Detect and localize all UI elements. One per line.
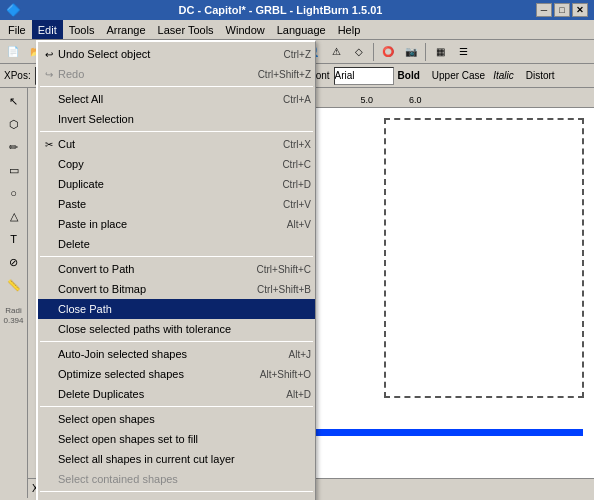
radi-value: 0.394 xyxy=(3,316,23,325)
menu-close-paths-tolerance[interactable]: Close selected paths with tolerance xyxy=(38,319,315,339)
menu-auto-join[interactable]: Auto-Join selected shapes Alt+J xyxy=(38,344,315,364)
measure-tool[interactable]: 📏 xyxy=(2,274,26,296)
menu-select-all[interactable]: Select All Ctrl+A xyxy=(38,89,315,109)
sep5 xyxy=(373,43,374,61)
menu-close-path[interactable]: Close Path xyxy=(38,299,315,319)
sep-2 xyxy=(40,131,313,132)
select-tool[interactable]: ↖ xyxy=(2,90,26,112)
menu-undo[interactable]: ↩ Undo Select object Ctrl+Z xyxy=(38,44,315,64)
menu-duplicate[interactable]: Duplicate Ctrl+D xyxy=(38,174,315,194)
sep-1 xyxy=(40,86,313,87)
radi-label: Radi xyxy=(5,306,21,315)
maximize-button[interactable]: □ xyxy=(554,3,570,17)
draw-tool[interactable]: ✏ xyxy=(2,136,26,158)
cut-icon: ✂ xyxy=(42,137,56,151)
menu-edit[interactable]: Edit xyxy=(32,20,63,39)
rect-tool[interactable]: ▭ xyxy=(2,159,26,181)
new-btn[interactable]: 📄 xyxy=(2,42,24,62)
menu-select-all-cut-layer[interactable]: Select all shapes in current cut layer xyxy=(38,449,315,469)
font-input[interactable] xyxy=(334,67,394,85)
laser-btn[interactable]: ◇ xyxy=(348,42,370,62)
sep-3 xyxy=(40,256,313,257)
circle-draw-tool[interactable]: ○ xyxy=(2,182,26,204)
menu-delete[interactable]: Delete xyxy=(38,234,315,254)
menu-delete-duplicates[interactable]: Delete Duplicates Alt+D xyxy=(38,384,315,404)
menu-tools[interactable]: Tools xyxy=(63,20,101,39)
list-btn[interactable]: ☰ xyxy=(452,42,474,62)
polygon-tool[interactable]: △ xyxy=(2,205,26,227)
menu-laser-tools[interactable]: Laser Tools xyxy=(152,20,220,39)
menu-window[interactable]: Window xyxy=(220,20,271,39)
sep-6 xyxy=(40,491,313,492)
warn-btn[interactable]: ⚠ xyxy=(325,42,347,62)
menu-image-options[interactable]: Image options ▶ xyxy=(38,494,315,500)
edit-dropdown: ↩ Undo Select object Ctrl+Z ↪ Redo Ctrl+… xyxy=(36,40,316,500)
menu-cut[interactable]: ✂ Cut Ctrl+X xyxy=(38,134,315,154)
panel-btn[interactable]: ▦ xyxy=(429,42,451,62)
menu-copy[interactable]: Copy Ctrl+C xyxy=(38,154,315,174)
node-tool[interactable]: ⬡ xyxy=(2,113,26,135)
window-title: DC - Capitol* - GRBL - LightBurn 1.5.01 xyxy=(25,4,536,16)
menu-select-open[interactable]: Select open shapes xyxy=(38,409,315,429)
app-icon: 🔷 xyxy=(6,3,21,17)
sep6 xyxy=(425,43,426,61)
menu-help[interactable]: Help xyxy=(332,20,367,39)
dashed-outline xyxy=(384,118,584,398)
menu-file[interactable]: File xyxy=(2,20,32,39)
menu-convert-bitmap[interactable]: Convert to Bitmap Ctrl+Shift+B xyxy=(38,279,315,299)
bold-label: Bold xyxy=(398,70,420,81)
undo-icon: ↩ xyxy=(42,47,56,61)
menu-invert-selection[interactable]: Invert Selection xyxy=(38,109,315,129)
sep-4 xyxy=(40,341,313,342)
edit-menu: ↩ Undo Select object Ctrl+Z ↪ Redo Ctrl+… xyxy=(36,40,316,500)
menu-bar: File Edit Tools Arrange Laser Tools Wind… xyxy=(0,20,594,40)
upper-case-label: Upper Case xyxy=(432,70,485,81)
redo-icon: ↪ xyxy=(42,67,56,81)
fill-tool[interactable]: ⊘ xyxy=(2,251,26,273)
close-button[interactable]: ✕ xyxy=(572,3,588,17)
menu-paste[interactable]: Paste Ctrl+V xyxy=(38,194,315,214)
menu-convert-path[interactable]: Convert to Path Ctrl+Shift+C xyxy=(38,259,315,279)
menu-select-open-fill[interactable]: Select open shapes set to fill xyxy=(38,429,315,449)
sep-5 xyxy=(40,406,313,407)
minimize-button[interactable]: ─ xyxy=(536,3,552,17)
distort-label: Distort xyxy=(526,70,555,81)
italic-label: Italic xyxy=(493,70,514,81)
circle-btn[interactable]: ⭕ xyxy=(377,42,399,62)
menu-paste-in-place[interactable]: Paste in place Alt+V xyxy=(38,214,315,234)
menu-arrange[interactable]: Arrange xyxy=(100,20,151,39)
text-tool[interactable]: T xyxy=(2,228,26,250)
xpos-label: XPos: xyxy=(4,70,31,81)
title-bar: 🔷 DC - Capitol* - GRBL - LightBurn 1.5.0… xyxy=(0,0,594,20)
menu-optimize[interactable]: Optimize selected shapes Alt+Shift+O xyxy=(38,364,315,384)
window-controls: ─ □ ✕ xyxy=(536,3,588,17)
menu-redo[interactable]: ↪ Redo Ctrl+Shift+Z xyxy=(38,64,315,84)
menu-select-contained[interactable]: Select contained shapes xyxy=(38,469,315,489)
menu-language[interactable]: Language xyxy=(271,20,332,39)
left-toolbar: ↖ ⬡ ✏ ▭ ○ △ T ⊘ 📏 Radi 0.394 xyxy=(0,88,28,498)
camera-btn[interactable]: 📷 xyxy=(400,42,422,62)
